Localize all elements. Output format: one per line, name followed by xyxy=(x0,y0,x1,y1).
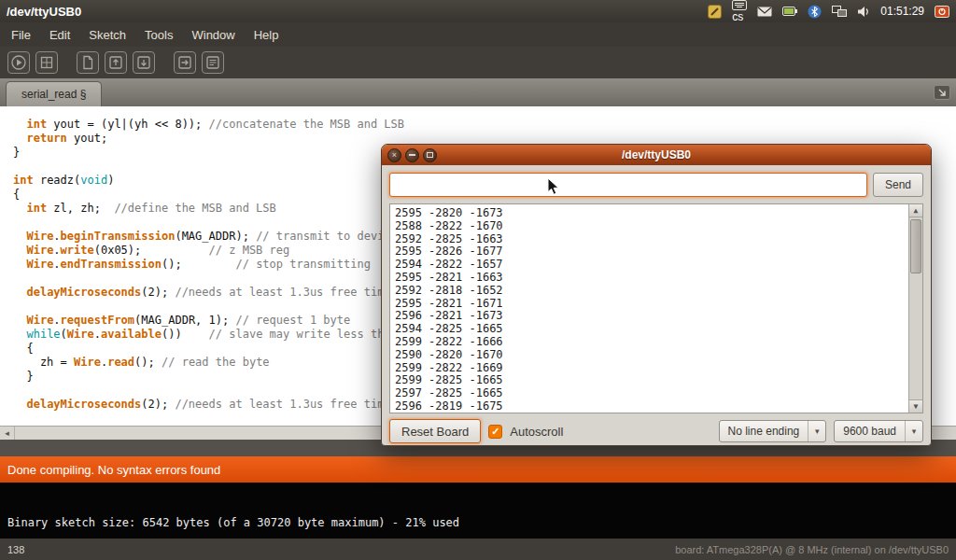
footer-bar: 138 board: ATmega328P(A) @ 8 MHz (intern… xyxy=(0,539,956,560)
menu-file[interactable]: File xyxy=(2,24,40,46)
serial-output-area[interactable]: 2595 -2820 -16732588 -2822 -16702592 -28… xyxy=(389,203,923,413)
open-sketch-button[interactable] xyxy=(105,51,127,74)
scroll-down-icon[interactable]: ▼ xyxy=(909,399,922,413)
close-icon[interactable]: × xyxy=(387,148,401,162)
code-line: int yout = (yl|(yh << 8)); //concatenate… xyxy=(13,118,956,132)
serial-controls: Reset Board ✓ Autoscroll No line ending … xyxy=(389,419,923,443)
board-info: board: ATmega328P(A) @ 8 MHz (internal) … xyxy=(675,544,949,555)
mouse-cursor xyxy=(547,177,560,196)
serial-line: 2599 -2822 -1666 xyxy=(395,336,904,349)
dialog-title: /dev/ttyUSB0 xyxy=(382,148,931,161)
scroll-up-icon[interactable]: ▲ xyxy=(909,204,922,217)
serial-line: 2599 -2822 -1669 xyxy=(395,362,904,375)
volume-icon[interactable] xyxy=(857,6,870,18)
vertical-scrollbar[interactable]: ▲ ▼ xyxy=(908,204,922,413)
system-tray: cs 01:51:29 xyxy=(708,0,949,23)
serial-monitor-icon xyxy=(204,54,221,71)
serial-line: 2595 -2826 -1677 xyxy=(395,245,904,259)
console-text: Binary sketch size: 6542 bytes (of a 307… xyxy=(7,516,956,529)
line-ending-dropdown[interactable]: No line ending ▾ xyxy=(719,420,827,442)
verify-button[interactable] xyxy=(7,51,30,74)
dropdown-arrow-icon[interactable]: ▾ xyxy=(808,421,825,441)
console-output: Binary sketch size: 6542 bytes (of a 307… xyxy=(0,483,956,539)
line-ending-value: No line ending xyxy=(720,425,808,438)
verify-icon xyxy=(10,54,27,71)
mail-icon[interactable] xyxy=(757,7,772,17)
serial-line: 2594 -2822 -1657 xyxy=(395,259,904,272)
save-icon xyxy=(135,54,152,71)
dropdown-arrow-icon[interactable]: ▾ xyxy=(905,421,922,441)
keyboard-layout-label: cs xyxy=(732,10,747,23)
scroll-left-icon[interactable]: ◂ xyxy=(0,427,15,440)
new-sketch-button[interactable] xyxy=(77,51,99,74)
serial-monitor-window: × /dev/ttyUSB0 Send 2595 -2820 -16732588… xyxy=(381,144,932,446)
reset-board-button[interactable]: Reset Board xyxy=(389,419,481,443)
window-title: /dev/ttyUSB0 xyxy=(7,5,81,19)
session-menu-icon[interactable] xyxy=(935,6,949,18)
menubar: FileEditSketchToolsWindowHelp xyxy=(0,22,956,47)
serial-lines: 2595 -2820 -16732588 -2822 -16702592 -28… xyxy=(395,207,904,413)
menu-window[interactable]: Window xyxy=(182,24,244,46)
serial-line: 2596 -2821 -1673 xyxy=(395,310,904,323)
serial-line: 2595 -2820 -1673 xyxy=(395,207,904,220)
scrollbar-thumb[interactable] xyxy=(910,219,921,273)
serial-line: 2592 -2818 -1652 xyxy=(395,285,904,298)
serial-line: 2590 -2820 -1670 xyxy=(395,349,904,362)
upload-icon xyxy=(176,54,193,71)
dialog-titlebar[interactable]: × /dev/ttyUSB0 xyxy=(382,145,931,165)
minimize-icon[interactable] xyxy=(405,148,419,162)
autoscroll-checkbox[interactable]: ✓ xyxy=(488,425,502,439)
open-icon xyxy=(107,54,124,71)
dialog-body: Send 2595 -2820 -16732588 -2822 -1670259… xyxy=(382,165,931,447)
stop-icon xyxy=(38,54,55,71)
autoscroll-label: Autoscroll xyxy=(510,425,563,439)
serial-line: 2588 -2822 -1670 xyxy=(395,220,904,233)
baud-rate-dropdown[interactable]: 9600 baud ▾ xyxy=(834,420,923,442)
window-buttons: × xyxy=(382,148,437,162)
menu-help[interactable]: Help xyxy=(245,24,288,46)
serial-line: 2592 -2825 -1663 xyxy=(395,233,904,246)
keyboard-indicator[interactable]: cs xyxy=(732,0,747,23)
serial-line: 2596 -2819 -1675 xyxy=(395,400,904,413)
serial-line: 2595 -2821 -1671 xyxy=(395,298,904,311)
serial-line: 2597 -2825 -1665 xyxy=(395,387,904,400)
menu-edit[interactable]: Edit xyxy=(40,24,79,46)
serial-line: 2599 -2825 -1665 xyxy=(395,374,904,387)
network-icon[interactable] xyxy=(832,6,847,18)
baud-rate-value: 9600 baud xyxy=(835,425,905,438)
status-message: Done compiling. No syntax errors found xyxy=(7,463,220,477)
maximize-icon[interactable] xyxy=(423,148,437,162)
status-bar: Done compiling. No syntax errors found xyxy=(0,456,956,483)
save-sketch-button[interactable] xyxy=(133,51,155,74)
tab-bar: serial_read § xyxy=(0,78,956,106)
clock[interactable]: 01:51:29 xyxy=(880,5,924,18)
check-icon: ✓ xyxy=(491,426,499,438)
menu-tools[interactable]: Tools xyxy=(135,24,182,46)
screen: /dev/ttyUSB0 cs 01:5 xyxy=(0,0,956,560)
upload-button[interactable] xyxy=(174,51,196,74)
line-number: 138 xyxy=(7,544,24,555)
bluetooth-icon[interactable] xyxy=(808,5,822,19)
notes-icon[interactable] xyxy=(708,5,722,19)
toolbar xyxy=(0,47,956,78)
stop-button[interactable] xyxy=(35,51,58,74)
tab-list-button[interactable] xyxy=(934,85,950,100)
tab-serial-read[interactable]: serial_read § xyxy=(6,81,102,106)
serial-line: 2595 -2821 -1663 xyxy=(395,272,904,285)
serial-line: 2594 -2825 -1665 xyxy=(395,323,904,336)
keyboard-icon xyxy=(732,0,747,10)
send-button[interactable]: Send xyxy=(873,173,923,197)
menu-sketch[interactable]: Sketch xyxy=(79,24,135,46)
battery-icon[interactable] xyxy=(782,7,797,16)
tab-menu-arrow-icon xyxy=(937,88,947,97)
serial-input[interactable] xyxy=(389,173,867,197)
top-panel: /dev/ttyUSB0 cs 01:5 xyxy=(0,0,956,22)
serial-monitor-button[interactable] xyxy=(202,51,224,74)
new-file-icon xyxy=(79,54,96,71)
